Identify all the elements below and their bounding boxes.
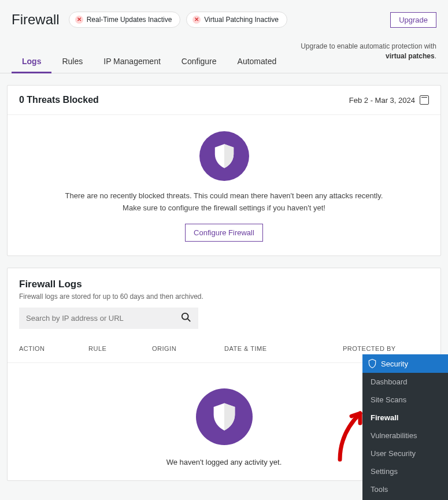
admin-item-firewall[interactable]: Firewall (362, 409, 448, 427)
empty-state-line-1: There are no recently blocked threats. T… (19, 191, 429, 200)
svg-point-0 (182, 313, 188, 320)
x-icon: ✕ (192, 16, 201, 24)
page-title: Firewall (12, 12, 60, 28)
search-button[interactable] (174, 308, 198, 329)
pill-label: Real-Time Updates Inactive (87, 16, 172, 24)
admin-item-dashboard[interactable]: Dashboard (362, 373, 448, 391)
shield-outline-icon (368, 359, 376, 368)
virtual-patching-status-pill[interactable]: ✕ Virtual Patching Inactive (186, 12, 287, 28)
search-input[interactable] (19, 308, 174, 329)
admin-menu-security[interactable]: Security (362, 354, 448, 373)
threats-blocked-card: 0 Threats Blocked Feb 2 - Mar 3, 2024 Th… (7, 85, 441, 256)
calendar-icon (420, 95, 429, 105)
admin-menu-overlay: Security Dashboard Site Scans Firewall V… (362, 354, 448, 500)
shield-icon (199, 131, 249, 181)
tab-ip-management[interactable]: IP Management (93, 51, 171, 73)
date-range-text: Feb 2 - Mar 3, 2024 (349, 96, 415, 105)
tab-rules[interactable]: Rules (51, 51, 93, 73)
firewall-logs-title: Firewall Logs (19, 279, 429, 290)
admin-item-settings[interactable]: Settings (362, 462, 448, 480)
search-icon (181, 312, 191, 323)
admin-item-site-scans[interactable]: Site Scans (362, 391, 448, 409)
configure-firewall-button[interactable]: Configure Firewall (185, 224, 263, 242)
promo-prefix: Upgrade to enable automatic protection w… (301, 42, 436, 50)
empty-state-line-2: Make sure to configure the firewall sett… (19, 203, 429, 212)
tab-automated[interactable]: Automated (227, 51, 287, 73)
admin-item-user-security[interactable]: User Security (362, 445, 448, 462)
col-rule: RULE (88, 345, 152, 352)
svg-line-1 (188, 319, 191, 322)
admin-item-tools[interactable]: Tools (362, 480, 448, 498)
col-date-time: DATE & TIME (224, 345, 343, 352)
x-icon: ✕ (75, 16, 83, 24)
firewall-logs-subtitle: Firewall logs are stored for up to 60 da… (19, 292, 429, 301)
pill-label: Virtual Patching Inactive (204, 16, 279, 24)
upgrade-button[interactable]: Upgrade (390, 12, 436, 28)
tab-configure[interactable]: Configure (171, 51, 227, 73)
admin-menu-head-label: Security (381, 360, 408, 368)
upgrade-promo-text: Upgrade to enable automatic protection w… (292, 42, 436, 61)
col-protected-by: PROTECTED BY (343, 345, 429, 352)
tab-logs[interactable]: Logs (12, 51, 51, 73)
search-wrap (19, 308, 198, 329)
col-origin: ORIGIN (152, 345, 224, 352)
col-action: ACTION (19, 345, 88, 352)
threats-blocked-title: 0 Threats Blocked (19, 95, 99, 105)
promo-bold: virtual patches (386, 52, 435, 60)
shield-icon (196, 388, 253, 445)
admin-item-vulnerabilities[interactable]: Vulnerabilities (362, 427, 448, 445)
date-range-picker[interactable]: Feb 2 - Mar 3, 2024 (349, 95, 429, 105)
realtime-status-pill[interactable]: ✕ Real-Time Updates Inactive (69, 12, 181, 28)
